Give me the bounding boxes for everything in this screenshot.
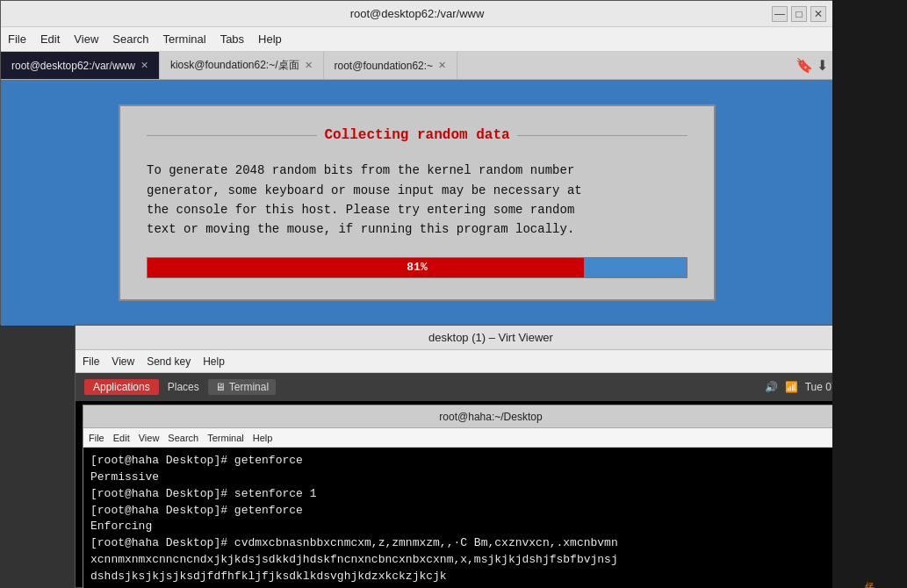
virt-viewer-window: desktop (1) – Virt Viewer — □ ✕ File Vie… bbox=[75, 325, 907, 588]
top-window-title: root@desktop62:/var/www bbox=[350, 7, 485, 20]
inner-window-title: root@haha:~/Desktop bbox=[439, 411, 542, 423]
maximize-button[interactable]: □ bbox=[791, 6, 807, 22]
virt-menu-file[interactable]: File bbox=[83, 355, 99, 368]
menu-terminal[interactable]: Terminal bbox=[163, 32, 206, 46]
gnome-applications-button[interactable]: Applications bbox=[84, 379, 159, 395]
top-window-controls: — □ ✕ bbox=[772, 6, 826, 22]
inner-menu-terminal[interactable]: Terminal bbox=[207, 433, 244, 443]
top-terminal-window: root@desktop62:/var/www — □ ✕ File Edit … bbox=[0, 0, 834, 325]
terminal-line: xcnnmxnmxcnncncndxjkjkdsjsdkkdjhdskfncnx… bbox=[90, 552, 891, 569]
tab-0-close[interactable]: ✕ bbox=[140, 60, 148, 71]
top-menubar: File Edit View Search Terminal Tabs Help bbox=[1, 27, 833, 52]
progress-bar-container: 81% bbox=[147, 257, 687, 278]
inner-menu-view[interactable]: View bbox=[139, 433, 160, 443]
tab-0[interactable]: root@desktop62:/var/www ✕ bbox=[1, 52, 160, 79]
terminal-line: [root@haha Desktop]# getenforce bbox=[90, 503, 891, 520]
inner-menu-search[interactable]: Search bbox=[168, 433, 198, 443]
dialog-title: Collecting random data bbox=[147, 127, 687, 143]
virt-menu-sendkey[interactable]: Send key bbox=[147, 355, 191, 368]
terminal-line: Enforcing bbox=[90, 519, 891, 535]
tab-2[interactable]: root@foundation62:~ ✕ bbox=[324, 52, 458, 79]
tab-0-label: root@desktop62:/var/www bbox=[11, 60, 135, 72]
bookmark-icon[interactable]: 🔖 bbox=[795, 57, 813, 74]
progress-label: 81% bbox=[407, 261, 427, 274]
inner-menu-help[interactable]: Help bbox=[253, 433, 273, 443]
dialog-body-text: To generate 2048 random bits from the ke… bbox=[147, 163, 582, 236]
tab-2-close[interactable]: ✕ bbox=[438, 60, 446, 71]
terminal-output: [root@haha Desktop]# getenforcePermissiv… bbox=[83, 448, 898, 588]
tab-bar: root@desktop62:/var/www ✕ kiosk@foundati… bbox=[1, 52, 833, 80]
virt-menu-view[interactable]: View bbox=[112, 355, 134, 368]
terminal-icon: 🖥 bbox=[215, 381, 226, 393]
gnome-topbar: Applications Places 🖥 Terminal 🔊 📶 Tue 0… bbox=[76, 373, 906, 401]
gnome-places-button[interactable]: Places bbox=[168, 381, 199, 393]
terminal-line: [root@haha Desktop]# setenforce 1 bbox=[90, 486, 891, 503]
network-icon: 📶 bbox=[785, 381, 798, 393]
tab-1-label: kiosk@foundation62:~/桌面 bbox=[170, 58, 299, 73]
menu-tabs[interactable]: Tabs bbox=[220, 32, 244, 46]
menu-view[interactable]: View bbox=[74, 32, 98, 46]
progress-bar-blue bbox=[584, 258, 687, 277]
gnome-terminal-label: Terminal bbox=[229, 381, 269, 393]
menu-help[interactable]: Help bbox=[258, 32, 282, 46]
virt-window-title: desktop (1) – Virt Viewer bbox=[428, 331, 553, 344]
gnome-terminal-button[interactable]: 🖥 Terminal bbox=[208, 379, 276, 395]
minimize-button[interactable]: — bbox=[772, 6, 788, 22]
collecting-dialog: Collecting random data To generate 2048 … bbox=[119, 104, 716, 301]
tab-2-label: root@foundation62:~ bbox=[335, 60, 434, 72]
dialog-body: To generate 2048 random bits from the ke… bbox=[147, 161, 687, 240]
inner-menubar: File Edit View Search Terminal Help bbox=[83, 428, 898, 448]
watermark-text: 亿速云 bbox=[863, 574, 876, 579]
volume-icon: 🔊 bbox=[765, 381, 778, 393]
inner-menu-edit[interactable]: Edit bbox=[113, 433, 130, 443]
inner-menu-file[interactable]: File bbox=[89, 433, 104, 443]
terminal-line: [root@haha Desktop]# getenforce bbox=[90, 453, 891, 470]
menu-search[interactable]: Search bbox=[112, 32, 148, 46]
inner-terminal-window: root@haha:~/Desktop — □ ✕ File Edit View… bbox=[83, 405, 899, 588]
terminal-line: [root@haha Desktop]# cvdmxcbnasnbbxcnmcx… bbox=[90, 535, 891, 552]
close-button[interactable]: ✕ bbox=[810, 6, 826, 22]
inner-titlebar: root@haha:~/Desktop — □ ✕ bbox=[83, 405, 898, 428]
virt-menu-help[interactable]: Help bbox=[203, 355, 225, 368]
virt-titlebar: desktop (1) – Virt Viewer — □ ✕ bbox=[76, 326, 906, 350]
download-icon[interactable]: ⬇ bbox=[817, 57, 828, 74]
menu-file[interactable]: File bbox=[8, 32, 26, 46]
top-titlebar: root@desktop62:/var/www — □ ✕ bbox=[1, 1, 833, 27]
terminal-line: Permissive bbox=[90, 470, 891, 486]
progress-bar-red bbox=[148, 258, 584, 277]
tab-1-close[interactable]: ✕ bbox=[305, 60, 313, 71]
inner-vm-window: Applications Places 🖥 Terminal 🔊 📶 Tue 0… bbox=[76, 373, 906, 587]
menu-edit[interactable]: Edit bbox=[40, 32, 60, 46]
terminal-line: dshdsjksjkjsjksdjfdfhfkljfjksdklkdsvghjk… bbox=[90, 569, 891, 585]
tab-1[interactable]: kiosk@foundation62:~/桌面 ✕ bbox=[160, 52, 324, 79]
virt-menubar: File View Send key Help bbox=[76, 350, 906, 373]
terminal-content-area: Collecting random data To generate 2048 … bbox=[1, 80, 833, 326]
watermark-panel: 亿速云 bbox=[832, 0, 907, 588]
